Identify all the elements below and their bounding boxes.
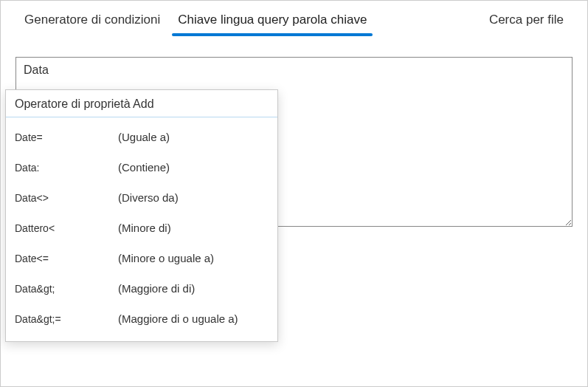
operator-desc: (Contiene) [118,161,170,174]
tab-search-file[interactable]: Cerca per file [480,7,573,35]
operator-key: Data<> [15,192,118,204]
dropdown-items: Date= (Uguale a) Data: (Contiene) Data<>… [6,117,277,341]
dropdown-item-greater-than[interactable]: Data&gt; (Maggiore di di) [6,273,277,304]
operator-desc: (Maggiore di di) [118,282,195,295]
tab-condition-generator[interactable]: Generatore di condizioni [15,7,169,35]
dropdown-header: Operatore di proprietà Add [6,90,277,117]
operator-key: Data: [15,162,118,174]
operator-key: Data&gt; [15,283,118,295]
operator-key: Data&gt;= [15,313,118,325]
tab-bar: Generatore di condizioni Chiave lingua q… [1,1,587,35]
dropdown-item-greater-equal[interactable]: Data&gt;= (Maggiore di o uguale a) [6,304,277,334]
tab-kql[interactable]: Chiave lingua query parola chiave [169,7,376,35]
dropdown-item-less-equal[interactable]: Date<= (Minore o uguale a) [6,243,277,273]
operator-desc: (Minore o uguale a) [118,252,214,264]
dropdown-item-not-equals[interactable]: Data<> (Diverso da) [6,182,277,213]
operator-desc: (Diverso da) [118,191,179,204]
dropdown-item-contains[interactable]: Data: (Contiene) [6,152,277,182]
operator-key: Date<= [15,253,118,264]
operator-key: Dattero< [15,222,118,234]
dropdown-item-less-than[interactable]: Dattero< (Minore di) [6,213,277,243]
operator-desc: (Maggiore di o uguale a) [118,312,238,325]
operator-desc: (Uguale a) [118,131,170,143]
operator-desc: (Minore di) [118,222,171,234]
dropdown-item-equals[interactable]: Date= (Uguale a) [6,122,277,152]
query-text: Data [24,64,49,76]
operator-dropdown: Operatore di proprietà Add Date= (Uguale… [5,89,278,342]
operator-key: Date= [15,131,118,143]
